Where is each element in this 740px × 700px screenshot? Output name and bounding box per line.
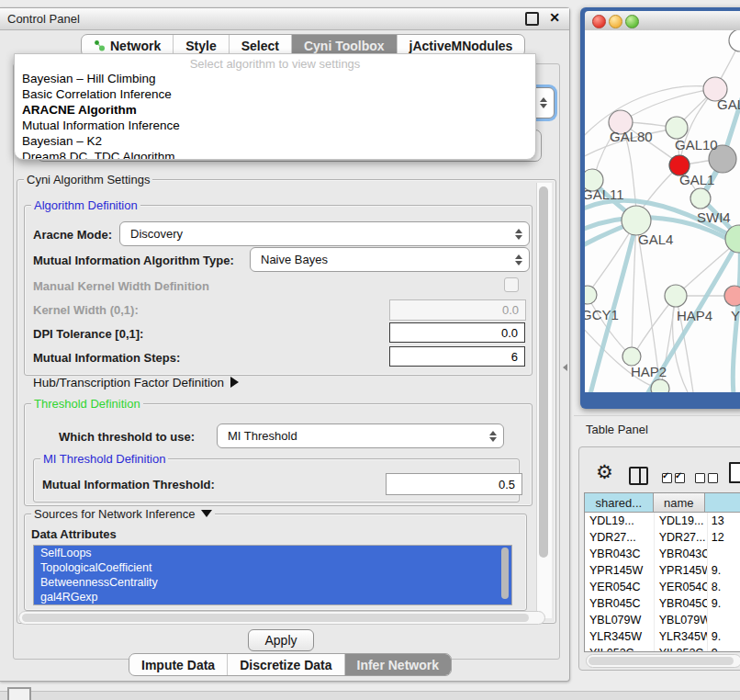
table-body: YDL19...YDL19...13YDR27...YDR27...12YBR0… [585, 513, 740, 652]
node-label-gal: GAL [717, 96, 740, 112]
node-label-gal4: GAL4 [638, 231, 673, 247]
network-node[interactable] [725, 225, 740, 253]
settings-vertical-scrollbar[interactable] [536, 183, 552, 618]
column-header-col3[interactable] [705, 493, 740, 513]
settings-scrollbar-thumb[interactable] [539, 186, 548, 558]
mi-type-value: Naive Bayes [261, 253, 328, 266]
document-icon[interactable] [729, 462, 740, 483]
node-table[interactable]: shared...name YDL19...YDL19...13YDR27...… [584, 492, 740, 652]
mi-threshold-field[interactable]: 0.5 [386, 473, 522, 495]
network-node[interactable] [690, 188, 711, 209]
network-node[interactable] [666, 117, 688, 139]
table-cell: 9. [708, 562, 740, 579]
table-row[interactable]: YBR045CYBR045C9. [585, 595, 740, 612]
kernel-width-field[interactable]: 0.0 [389, 299, 526, 321]
table-row[interactable]: YLR345WYLR345W9. [585, 628, 740, 645]
control-panel-titlebar[interactable]: Control Panel ✕ [0, 8, 569, 30]
apply-button[interactable]: Apply [248, 629, 314, 651]
network-canvas[interactable]: GALGAL80GAL10GAL1GAL11SWI4GAL4GCY1HAP4YH… [585, 30, 740, 392]
table-row[interactable]: YBR043CYBR043C [585, 546, 740, 562]
data-attributes-list: SelfLoopsTopologicalCoefficientBetweenne… [33, 545, 512, 605]
table-cell: YIL052C [585, 645, 655, 652]
attribute-item-betweennesscentrality[interactable]: BetweennessCentrality [34, 575, 511, 590]
column-header-name[interactable]: name [654, 493, 705, 513]
list-scrollbar-thumb[interactable] [501, 548, 509, 599]
close-icon[interactable]: ✕ [549, 10, 560, 25]
dropdown-item-aracne-algorithm[interactable]: ARACNE Algorithm [15, 102, 535, 118]
network-node[interactable] [724, 286, 740, 306]
attribute-item-topologicalcoefficient[interactable]: TopologicalCoefficient [34, 560, 511, 575]
dropdown-item-bayesian-k2[interactable]: Bayesian – K2 [15, 133, 535, 149]
columns-icon[interactable] [629, 467, 648, 485]
table-cell [708, 612, 740, 628]
network-node[interactable] [622, 347, 641, 366]
table-row[interactable]: YER054CYER054C8. [585, 579, 740, 595]
table-row[interactable]: YDR27...YDR27...12 [585, 529, 740, 546]
table-hscrollbar-thumb[interactable] [589, 657, 734, 665]
table-cell: 12 [708, 529, 740, 546]
table-horizontal-scrollbar[interactable] [586, 654, 740, 668]
sources-title-row[interactable]: Sources for Network Inference [31, 507, 215, 521]
tab-discretize-data[interactable]: Discretize Data [228, 654, 344, 675]
node-label-gal80: GAL80 [610, 129, 653, 144]
select-all-checkboxes-icon[interactable] [662, 470, 688, 487]
table-row[interactable]: YDL19...YDL19...13 [585, 513, 740, 529]
network-node[interactable] [585, 286, 597, 304]
mi-type-combo[interactable]: Naive Bayes [250, 247, 530, 272]
table-row[interactable]: YIL052CYIL052C9 [585, 645, 740, 652]
minimize-traffic-light-icon[interactable] [609, 15, 622, 28]
table-cell: YLR345W [585, 628, 655, 645]
aracne-mode-combo[interactable]: Discovery [119, 221, 530, 246]
combo-arrows-icon [515, 254, 522, 265]
node-label-swi4: SWI4 [697, 209, 731, 225]
dropdown-item-dream8-dc-tdc-algorithm[interactable]: Dream8 DC_TDC Algorithm [15, 149, 535, 160]
table-row[interactable]: YPR145WYPR145W9. [585, 562, 740, 579]
settings-hscrollbar-thumb[interactable] [22, 614, 529, 622]
deselect-all-checkboxes-icon[interactable] [695, 470, 721, 487]
table-cell: YBL079W [585, 612, 655, 628]
dropdown-item-mutual-information-inference[interactable]: Mutual Information Inference [15, 118, 535, 133]
tab-impute-data[interactable]: Impute Data [129, 654, 228, 675]
hub-definition-label: Hub/Transcription Factor Definition [33, 376, 224, 390]
network-node[interactable] [651, 379, 669, 392]
dropdown-prompt: Select algorithm to view settings [15, 57, 535, 71]
which-threshold-combo[interactable]: MI Threshold [217, 423, 504, 448]
network-node[interactable] [665, 285, 687, 307]
which-threshold-label: Which threshold to use: [59, 430, 195, 444]
hub-definition-toggle[interactable]: Hub/Transcription Factor Definition [33, 376, 239, 390]
table-cell: 9. [708, 628, 740, 645]
dpi-tolerance-field[interactable]: 0.0 [389, 322, 525, 343]
settings-horizontal-scrollbar[interactable] [18, 611, 545, 625]
which-threshold-value: MI Threshold [228, 429, 297, 443]
network-node[interactable] [729, 30, 740, 51]
column-header-shared[interactable]: shared... [585, 493, 654, 513]
tab-infer-network[interactable]: Infer Network [345, 654, 451, 675]
splitpane-handle-icon[interactable] [563, 364, 567, 371]
dropdown-item-bayesian-hill-climbing[interactable]: Bayesian – Hill Climbing [15, 71, 535, 86]
table-row[interactable]: YBL079WYBL079W [585, 612, 740, 628]
table-cell: YBR043C [585, 546, 655, 562]
mi-steps-field[interactable]: 6 [389, 346, 525, 367]
close-traffic-light-icon[interactable] [592, 15, 606, 28]
float-window-icon[interactable] [525, 12, 539, 26]
minimized-panel-icon[interactable] [7, 687, 31, 700]
table-header-row: shared...name [585, 493, 740, 513]
sources-title: Sources for Network Inference [34, 507, 196, 521]
table-cell: 9 [708, 645, 740, 652]
algorithm-definition-title: Algorithm Definition [31, 198, 140, 212]
node-label-gal10: GAL10 [675, 137, 718, 152]
attribute-item-gal4rgexp[interactable]: gal4RGexp [34, 590, 511, 604]
network-window-titlebar[interactable] [585, 11, 740, 31]
gear-icon[interactable]: ⚙ [596, 463, 613, 481]
table-cell: YDR27... [655, 529, 708, 546]
attribute-item-selfloops[interactable]: SelfLoops [34, 546, 511, 560]
control-panel-window: Control Panel ✕ NetworkStyleSelectCyni T… [0, 7, 570, 682]
tab-label: jActiveMNodules [409, 39, 513, 53]
dropdown-items: Bayesian – Hill ClimbingBasic Correlatio… [15, 71, 535, 160]
mi-threshold-label: Mutual Information Threshold: [42, 478, 215, 491]
network-icon [94, 40, 106, 51]
dropdown-item-basic-correlation-inference[interactable]: Basic Correlation Inference [15, 86, 535, 102]
zoom-traffic-light-icon[interactable] [625, 15, 639, 28]
table-cell: YPR145W [655, 562, 708, 579]
manual-kernel-checkbox[interactable] [504, 277, 519, 292]
